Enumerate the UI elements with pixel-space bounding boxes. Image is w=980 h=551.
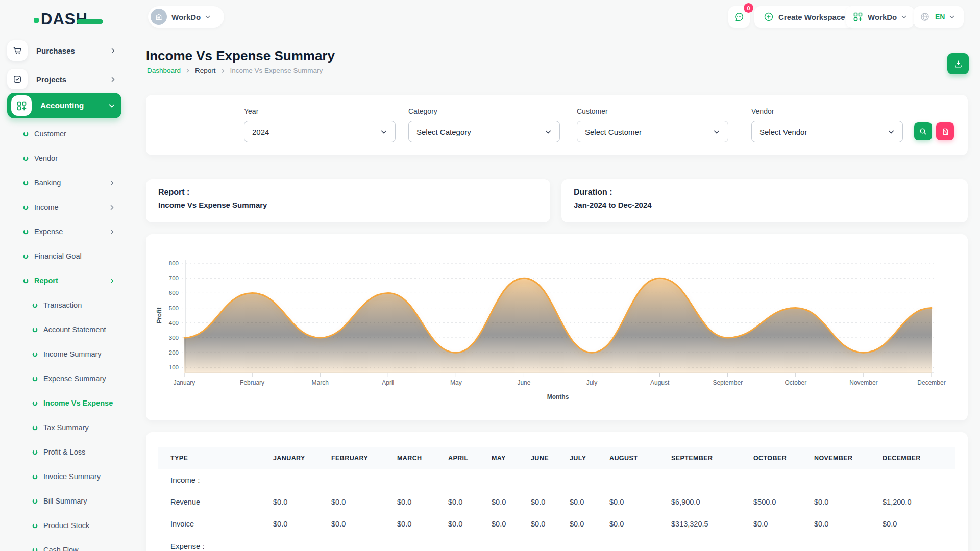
row-value-cell: $0.0 — [397, 491, 448, 513]
filter-card: Year 2024 Category Select Category Custo… — [146, 95, 968, 155]
report-card-title: Report : — [158, 188, 538, 197]
reset-filter-button[interactable] — [936, 122, 954, 140]
vendor-select[interactable]: Select Vendor — [751, 121, 903, 142]
row-value-cell: $0.0 — [273, 513, 331, 535]
chevron-down-icon — [949, 14, 955, 20]
workdo-menu-button[interactable]: WorkDo — [846, 6, 914, 28]
chevron-down-icon — [713, 128, 720, 135]
row-value-cell: $0.0 — [448, 513, 492, 535]
sidebar-label: Expense — [34, 228, 109, 236]
sidebar-item-purchases[interactable]: Purchases — [7, 39, 121, 62]
sidebar-item-transaction[interactable]: Transaction — [7, 293, 121, 317]
sidebar-item-bill-summary[interactable]: Bill Summary — [7, 489, 121, 513]
sidebar-label: Expense Summary — [43, 374, 121, 383]
sidebar-label: Income Summary — [43, 350, 121, 358]
sidebar-item-expense[interactable]: Expense — [7, 219, 121, 244]
svg-text:Months: Months — [547, 393, 569, 400]
bullet-donut-icon — [23, 156, 29, 161]
year-select[interactable]: 2024 — [244, 121, 396, 142]
table-header-may: MAY — [492, 447, 531, 469]
page-title: Income Vs Expense Summary — [146, 48, 335, 64]
customer-select[interactable]: Select Customer — [577, 121, 728, 142]
svg-text:300: 300 — [169, 335, 179, 341]
sidebar-item-tax-summary[interactable]: Tax Summary — [7, 415, 121, 440]
filter-vendor: Vendor Select Vendor — [751, 107, 903, 142]
chevron-down-icon — [108, 102, 115, 109]
sidebar-item-accounting[interactable]: Accounting — [7, 93, 121, 118]
app-root: DASH WorkDo 0 Create Workspace WorkDo EN — [0, 0, 980, 551]
filter-label: Customer — [577, 107, 728, 115]
select-value: Select Vendor — [760, 128, 807, 136]
row-value-cell: $0.0 — [531, 491, 570, 513]
sidebar-label: Accounting — [40, 101, 108, 110]
table-section-row: Income : — [158, 469, 955, 491]
sidebar-item-income-vs-expense[interactable]: Income Vs Expense — [7, 391, 121, 415]
row-value-cell: $1,200.0 — [883, 491, 955, 513]
sidebar-item-product-stock[interactable]: Product Stock — [7, 513, 121, 538]
sidebar-item-banking[interactable]: Banking — [7, 170, 121, 195]
svg-text:500: 500 — [169, 305, 179, 311]
row-value-cell: $0.0 — [531, 513, 570, 535]
cart-icon — [7, 40, 28, 61]
table-section-label: Expense : — [158, 535, 955, 551]
breadcrumb-item-dashboard[interactable]: Dashboard — [147, 67, 181, 74]
sidebar-label: Product Stock — [43, 521, 121, 530]
sidebar-item-account-statement[interactable]: Account Statement — [7, 317, 121, 342]
sidebar-label: Tax Summary — [43, 423, 121, 432]
bullet-donut-icon — [32, 523, 38, 529]
sidebar-label: Purchases — [36, 46, 110, 55]
sidebar-item-projects[interactable]: Projects — [7, 67, 121, 91]
sidebar-item-financial-goal[interactable]: Financial Goal — [7, 244, 121, 268]
row-value-cell: $0.0 — [753, 513, 814, 535]
bullet-donut-icon — [32, 376, 38, 382]
bullet-donut-icon — [32, 303, 38, 308]
sidebar-item-report[interactable]: Report — [7, 268, 121, 293]
filter-category: Category Select Category — [408, 107, 560, 142]
table-section-label: Income : — [158, 469, 955, 491]
row-value-cell: $0.0 — [609, 491, 671, 513]
row-value-cell: $6,900.0 — [671, 491, 753, 513]
sidebar-item-profit-loss[interactable]: Profit & Loss — [7, 440, 121, 464]
messages-button[interactable]: 0 — [728, 6, 750, 28]
sidebar-label: Financial Goal — [34, 252, 121, 260]
chevron-right-icon — [109, 180, 115, 186]
row-value-cell: $0.0 — [331, 491, 397, 513]
accounting-submenu: CustomerVendorBankingIncomeExpenseFinanc… — [7, 121, 121, 293]
globe-icon — [920, 12, 930, 22]
sidebar-item-expense-summary[interactable]: Expense Summary — [7, 366, 121, 391]
sidebar-item-invoice-summary[interactable]: Invoice Summary — [7, 464, 121, 489]
breadcrumb: DashboardReportIncome Vs Expense Summary — [147, 67, 323, 74]
language-selector[interactable]: EN — [914, 6, 964, 28]
download-icon — [953, 59, 963, 69]
category-select[interactable]: Select Category — [408, 121, 560, 142]
create-workspace-label: Create Workspace — [778, 13, 845, 21]
workdo-menu-label: WorkDo — [868, 13, 897, 21]
sidebar-label: Account Statement — [43, 325, 121, 334]
report-summary-card: Report : Income Vs Expense Summary — [146, 179, 550, 222]
breadcrumb-item-report[interactable]: Report — [195, 67, 216, 74]
create-workspace-button[interactable]: Create Workspace — [754, 6, 854, 28]
table-header-july: JULY — [570, 447, 609, 469]
bullet-donut-icon — [23, 131, 29, 137]
sidebar-item-income[interactable]: Income — [7, 195, 121, 219]
apply-filter-button[interactable] — [914, 122, 932, 140]
sidebar-item-customer[interactable]: Customer — [7, 121, 121, 146]
table-header-april: APRIL — [448, 447, 492, 469]
table-header-august: AUGUST — [609, 447, 671, 469]
sidebar-item-vendor[interactable]: Vendor — [7, 146, 121, 170]
sidebar-label: Cash Flow — [43, 546, 121, 551]
dash-logo: DASH — [34, 10, 88, 29]
sidebar-label: Projects — [36, 75, 110, 84]
profit-area-chart: 800700600500400300200100JanuaryFebruaryM… — [146, 234, 968, 420]
table-header-june: JUNE — [531, 447, 570, 469]
workspace-switcher[interactable]: WorkDo — [148, 6, 224, 28]
duration-card-value: Jan-2024 to Dec-2024 — [574, 201, 955, 209]
sidebar-item-income-summary[interactable]: Income Summary — [7, 342, 121, 366]
download-button[interactable] — [947, 53, 969, 74]
clipboard-slash-icon — [941, 128, 949, 136]
report-submenu: TransactionAccount StatementIncome Summa… — [7, 293, 121, 551]
filter-customer: Customer Select Customer — [577, 107, 728, 142]
bullet-donut-icon — [32, 449, 38, 455]
bullet-donut-icon — [23, 278, 29, 284]
sidebar-item-cash-flow[interactable]: Cash Flow — [7, 538, 121, 551]
